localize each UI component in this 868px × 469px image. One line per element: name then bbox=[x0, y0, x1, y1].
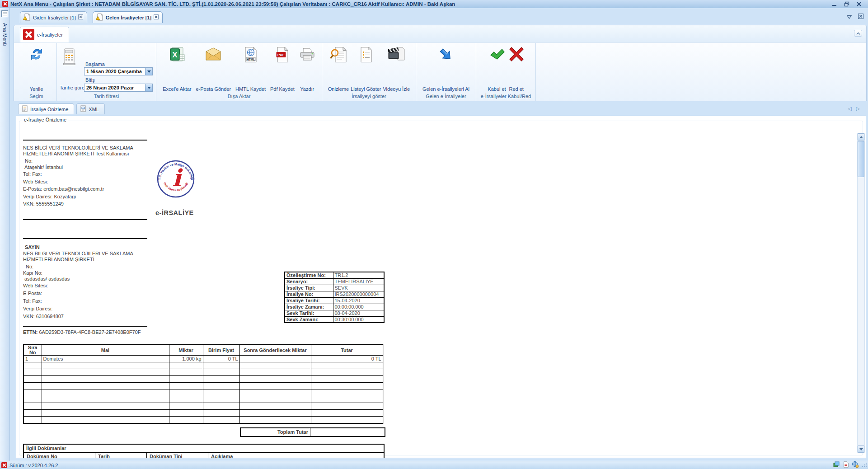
divider bbox=[23, 140, 147, 141]
close-button[interactable] bbox=[856, 1, 862, 7]
refresh-icon bbox=[29, 47, 44, 64]
scroll-up-button[interactable] bbox=[858, 133, 864, 141]
pdf-document-icon: PDF bbox=[276, 47, 289, 65]
document-status-icon[interactable] bbox=[843, 461, 849, 469]
tab-close-icon[interactable] bbox=[78, 14, 83, 20]
document-title: e-İRSALİYE bbox=[155, 209, 194, 216]
save-pdf-label: Pdf Kaydet bbox=[270, 86, 295, 92]
group-label-kabul-red: e-İrsaliyeler Kabul/Red bbox=[476, 94, 535, 101]
table-row: İrsaliye Tipi:SEVK bbox=[285, 285, 384, 291]
group-label-irsaliyeyi-goster: İrsaliyeyi göster bbox=[322, 94, 416, 101]
tabstrip-close-icon[interactable] bbox=[858, 13, 863, 21]
table-row: İrsaliye Zamanı:00:00:00.000 bbox=[285, 304, 384, 310]
save-pdf-button[interactable]: PDF Pdf Kaydet bbox=[268, 45, 297, 92]
recipient-name: HİZMETLERİ ANONİM ŞİRKETİ bbox=[23, 257, 133, 263]
empty-row bbox=[23, 389, 383, 396]
scroll-left-icon[interactable]: ◁ bbox=[848, 106, 851, 112]
warning-document-icon bbox=[95, 13, 103, 22]
printer-icon bbox=[299, 47, 315, 64]
ribbon-collapse-button[interactable] bbox=[854, 30, 862, 37]
tab-close-icon[interactable] bbox=[154, 14, 159, 20]
envelope-icon bbox=[205, 47, 222, 64]
refresh-button[interactable]: Yenile bbox=[27, 45, 47, 92]
empty-row bbox=[23, 369, 383, 376]
scroll-right-icon[interactable]: ▷ bbox=[856, 106, 860, 112]
tabstrip-controls bbox=[847, 13, 863, 21]
accept-button[interactable]: Kabul et bbox=[486, 45, 507, 92]
sender-no: No: bbox=[23, 158, 133, 164]
line-items-table: Sıra No Mal Miktar Birim Fiyat Sonra Gön… bbox=[23, 344, 384, 424]
ribbon-tab-label: e-İrsaliyeler bbox=[37, 32, 63, 38]
tab-giden-irsaliyeler[interactable]: Giden İrsaliyeler [1] bbox=[20, 11, 87, 23]
ribbon-group-tarih-filtresi: Başlama 1 Nisan 2020 Çarşamba Bitiş Tari… bbox=[57, 43, 156, 101]
table-row: Sevk Zamanı:00:30:00.000 bbox=[285, 316, 384, 323]
print-button[interactable]: Yazdır bbox=[297, 45, 318, 92]
watch-video-button[interactable]: Videoyu İzle bbox=[382, 45, 411, 92]
restore-button[interactable] bbox=[844, 1, 850, 7]
subtab-irsaliye-onizleme[interactable]: İrsaliye Önizleme bbox=[18, 103, 74, 114]
reject-button[interactable]: Red et bbox=[507, 45, 525, 92]
empty-row bbox=[23, 403, 383, 410]
start-date-label: Başlama bbox=[85, 61, 105, 67]
ribbon-body: Yenile Seçim Başlama 1 Nisan 2020 Çarşam… bbox=[14, 42, 866, 101]
accept-label: Kabul et bbox=[488, 86, 506, 92]
empty-row bbox=[23, 383, 383, 389]
sender-block: NES BİLGİ VERİ TEKNOLOJİLERİ VE SAKLAMA … bbox=[23, 145, 133, 208]
watch-video-label: Videoyu İzle bbox=[383, 86, 410, 92]
end-date-value: 26 Nisan 2020 Pazar bbox=[84, 84, 145, 91]
save-html-button[interactable]: HTML HMTL Kaydet bbox=[233, 45, 268, 92]
recipient-vkn: VKN: 6310694807 bbox=[23, 313, 133, 320]
scroll-down-button[interactable] bbox=[858, 446, 864, 453]
sender-vkn: VKN: 5555551249 bbox=[23, 200, 133, 208]
sender-eposta: E-Posta: erdem.bas@nesbilgi.com.tr bbox=[23, 185, 133, 193]
empty-row bbox=[23, 410, 383, 417]
start-date-dropdown[interactable]: 1 Nisan 2020 Çarşamba bbox=[84, 67, 153, 75]
sender-name: HİZMETLERİ ANONİM ŞİRKETİ Test Kullanıcı… bbox=[23, 151, 133, 157]
chevron-down-icon[interactable] bbox=[145, 84, 152, 91]
start-date-value: 1 Nisan 2020 Çarşamba bbox=[84, 68, 145, 75]
total-row: Toplam Tutar bbox=[240, 427, 385, 437]
globe-refresh-icon[interactable] bbox=[852, 461, 859, 469]
total-label: Toplam Tutar bbox=[241, 428, 310, 436]
vertical-scrollbar[interactable] bbox=[857, 133, 865, 453]
end-date-dropdown[interactable]: 26 Nisan 2020 Pazar bbox=[84, 84, 153, 92]
ettn-line: ETTN: 6AD259D3-78FA-4FC8-BE27-2E7408E0F7… bbox=[23, 329, 141, 335]
svg-text:HTML: HTML bbox=[247, 58, 255, 61]
chevron-down-icon[interactable] bbox=[145, 68, 152, 75]
e-irsaliye-document: NES BİLGİ VERİ TEKNOLOJİLERİ VE SAKLAMA … bbox=[16, 116, 866, 458]
group-label-secim: Seçim bbox=[16, 94, 56, 101]
tab-list-dropdown-icon[interactable] bbox=[847, 13, 852, 21]
get-incoming-button[interactable]: Gelen e-İrsaliyeleri Al bbox=[422, 45, 470, 92]
ana-menu-label: Ana Menü bbox=[2, 23, 8, 46]
table-row: Sevk Tarihi:08-04-2020 bbox=[285, 310, 384, 316]
send-email-button[interactable]: e-Posta Gönder bbox=[193, 45, 233, 92]
minimize-button[interactable] bbox=[831, 1, 838, 7]
recipient-address: asdasdas/ asdasdas bbox=[23, 276, 133, 282]
scrollbar-thumb[interactable] bbox=[858, 141, 864, 177]
ribbon-group-disa-aktar: X Excel'e Aktar e-Posta Gönder HTML HMTL… bbox=[156, 43, 322, 101]
recipient-sayin: SAYIN bbox=[23, 244, 133, 251]
divider bbox=[23, 326, 147, 327]
tab-gelen-irsaliyeler[interactable]: Gelen İrsaliyeler [1] bbox=[93, 11, 163, 23]
tab-label: Gelen İrsaliyeler [1] bbox=[106, 15, 152, 20]
preview-magnifier-icon bbox=[330, 47, 347, 65]
resize-grip[interactable] bbox=[862, 461, 867, 469]
empty-row bbox=[23, 376, 383, 383]
svg-text:X: X bbox=[172, 51, 178, 59]
xml-document-icon bbox=[80, 105, 86, 113]
ribbon-tab-e-irsaliyeler[interactable]: e-İrsaliyeler bbox=[20, 27, 69, 42]
ribbon-group-irsaliyeyi-goster: Önizleme Listeyi Göster Videoyu İzle İrs… bbox=[322, 43, 416, 101]
ana-menu-strip[interactable]: Ana Menü bbox=[0, 8, 10, 461]
preview-groupbox-label: e-İrsaliye Önizleme bbox=[22, 117, 68, 122]
related-documents-box: İlgili Dokümanlar Doküman No Tarih Doküm… bbox=[23, 444, 385, 458]
export-excel-button[interactable]: X Excel'e Aktar bbox=[160, 45, 193, 92]
ribbon-group-gelen-e-irsaliyeler: Gelen e-İrsaliyeleri Al Gelen e-İrsaliye… bbox=[416, 43, 476, 101]
app-window: NetX Ana Menu - Çalışılan Şirket : NETAD… bbox=[0, 0, 868, 469]
subtab-xml[interactable]: XML bbox=[76, 103, 105, 114]
version-label: Sürüm : v.2020.4.26.2 bbox=[9, 463, 830, 468]
show-list-button[interactable]: Listeyi Göster bbox=[350, 45, 382, 92]
preview-button[interactable]: Önizleme bbox=[327, 45, 350, 92]
windows-layers-icon[interactable] bbox=[833, 461, 840, 469]
window-controls bbox=[831, 1, 862, 7]
divider bbox=[23, 219, 147, 220]
